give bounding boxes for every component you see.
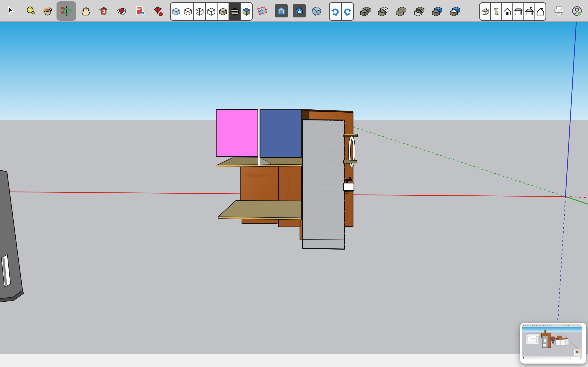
standard-views-group — [479, 2, 546, 21]
view-top-button[interactable] — [513, 3, 524, 20]
face-style-xray-button[interactable] — [171, 3, 182, 20]
redo-button[interactable] — [342, 3, 353, 20]
extension-sketchup-button[interactable] — [98, 6, 109, 17]
sky — [0, 22, 588, 120]
3d-viewport[interactable] — [0, 22, 588, 354]
print-button[interactable] — [553, 6, 564, 17]
orbit-tool-button[interactable] — [61, 6, 72, 17]
preview-miniature — [522, 324, 582, 359]
mini-nested-preview — [574, 350, 581, 356]
paint-bucket-icon — [42, 6, 52, 17]
paint-bucket-tool-button[interactable] — [42, 6, 52, 17]
view-front-button[interactable] — [502, 3, 513, 20]
section-plane-icon — [256, 6, 267, 17]
face-style-shaded-textures-button[interactable] — [229, 3, 241, 20]
select-tool-button[interactable] — [6, 6, 17, 17]
blue-panel — [260, 109, 301, 157]
back-roof-icon — [524, 6, 535, 17]
signed-in-badge — [577, 12, 581, 16]
section-plane-button[interactable] — [256, 6, 267, 17]
solid-trim-button[interactable] — [432, 6, 443, 17]
display-section-cuts-button[interactable] — [275, 4, 288, 17]
redo-icon — [342, 6, 353, 17]
pan-tool-button[interactable] — [80, 6, 91, 17]
extension-ruby-settings-button[interactable] — [153, 6, 164, 17]
union-icon — [396, 6, 407, 17]
subtract-icon — [414, 6, 425, 17]
mini-status-bar — [522, 357, 582, 359]
select-arrow-icon — [6, 6, 17, 17]
history-group — [329, 2, 354, 21]
pink-panel — [216, 109, 258, 157]
side-slab-icon — [491, 6, 502, 17]
main-toolbar — [0, 0, 588, 22]
intersect-icon — [378, 6, 389, 17]
solid-subtract-button[interactable] — [414, 6, 425, 17]
ruby-gear-icon — [153, 6, 164, 17]
undo-button[interactable] — [330, 3, 342, 20]
section-cuts-icon — [276, 5, 287, 16]
face-style-shaded-button[interactable] — [217, 3, 229, 20]
view-right-button[interactable] — [491, 3, 502, 20]
extension-ruby-button[interactable] — [116, 6, 127, 17]
solid-split-button[interactable] — [450, 6, 461, 17]
account-avatar-icon — [571, 6, 582, 17]
screen-preview-content — [522, 324, 582, 359]
account-button[interactable] — [571, 6, 582, 17]
export-page-icon — [135, 6, 146, 17]
iso-cube-icon — [311, 6, 322, 17]
face-style-back-edges-button[interactable] — [182, 3, 194, 20]
pan-hand-icon — [80, 6, 91, 17]
front-house-icon — [502, 6, 512, 17]
iso-cube-button[interactable] — [311, 6, 322, 17]
extension-export-button[interactable] — [135, 6, 146, 17]
home-outline-icon — [536, 6, 545, 17]
section-fill-icon — [294, 5, 305, 16]
orbit-icon — [61, 6, 72, 17]
face-style-hidden-line-button[interactable] — [206, 3, 217, 20]
view-home-button[interactable] — [535, 3, 545, 20]
solid-intersect-button[interactable] — [378, 6, 389, 17]
face-style-wireframe-button[interactable] — [194, 3, 206, 20]
gray-panel — [303, 120, 345, 249]
sketchup-extension-icon — [98, 6, 109, 17]
face-style-group — [170, 2, 253, 21]
display-section-fill-button[interactable] — [293, 4, 306, 17]
solid-outer-shell-button[interactable] — [360, 6, 371, 17]
undo-icon — [330, 6, 340, 17]
top-roof-icon — [513, 6, 523, 17]
screen-preview-window[interactable] — [520, 323, 586, 364]
mini-person — [552, 335, 554, 337]
printer-icon — [553, 6, 564, 17]
cabinet-doors — [241, 165, 302, 201]
solid-union-button[interactable] — [396, 6, 407, 17]
sketchup-window: ? Faites glisser pour naviguer. Maj = pa… — [0, 0, 588, 367]
view-back-button[interactable] — [524, 3, 535, 20]
split-icon — [450, 6, 461, 17]
status-bar: ? Faites glisser pour naviguer. Maj = pa… — [0, 354, 588, 367]
tape-measure-icon — [26, 6, 36, 17]
trim-icon — [432, 6, 443, 17]
viewport-canvas — [0, 22, 588, 354]
view-iso-button[interactable] — [480, 3, 491, 20]
outer-shell-icon — [360, 6, 371, 17]
ruby-gem-icon — [116, 6, 127, 17]
iso-house-icon — [480, 6, 490, 17]
sink — [343, 183, 354, 191]
face-style-monochrome-button[interactable] — [241, 3, 252, 20]
tape-measure-tool-button[interactable] — [26, 6, 36, 17]
